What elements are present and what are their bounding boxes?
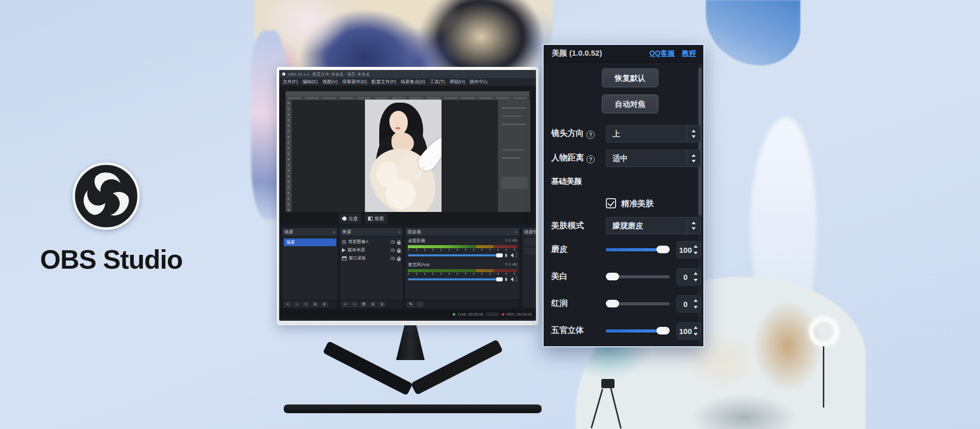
visibility-eye-icon[interactable]: [390, 257, 395, 260]
channel-menu-icon[interactable]: [516, 276, 517, 282]
slider-handle[interactable]: [656, 246, 670, 253]
rosy-slider[interactable]: [606, 302, 670, 305]
matting-chip[interactable]: 抠图: [364, 213, 387, 224]
scenes-dock-toolbar: + − □ ∧ ∨: [282, 300, 337, 308]
transitions-dock-title: 场景转场: [524, 229, 536, 235]
whitening-slider[interactable]: [606, 275, 670, 278]
volume-slider[interactable]: [408, 278, 508, 280]
restore-default-button[interactable]: 恢复默认: [602, 68, 658, 87]
source-list-item[interactable]: 窗口采集: [340, 254, 403, 263]
select-arrows[interactable]: [687, 150, 700, 166]
monitor-stand-base: [284, 404, 542, 413]
status-pill: [486, 313, 499, 316]
scene-down-button[interactable]: ∨: [321, 301, 328, 307]
lock-icon[interactable]: [397, 250, 401, 253]
mixer-edit-button[interactable]: ✎: [407, 301, 414, 307]
remove-source-button[interactable]: −: [351, 301, 358, 307]
visibility-eye-icon[interactable]: [390, 241, 395, 244]
slider-handle[interactable]: [656, 327, 670, 335]
menu-item-scene-collection[interactable]: 场景集合(S): [401, 79, 425, 85]
source-properties-button[interactable]: ⚙: [360, 301, 368, 307]
remove-scene-button[interactable]: −: [293, 301, 301, 307]
smoothing-value-stepper[interactable]: 100: [676, 241, 701, 258]
spinner-down-icon: [694, 279, 698, 281]
autofocus-button[interactable]: 自动对焦: [602, 94, 658, 113]
volume-meter: [408, 245, 517, 248]
menu-item-docks[interactable]: 停靠部件(D): [342, 79, 368, 85]
scene-filters-button[interactable]: □: [302, 301, 310, 307]
window-split-icon: [368, 217, 373, 221]
beauty-panel-title: 美颜 (1.0.0.52): [552, 49, 649, 58]
mixer-channel-db: 0.0 dB: [505, 238, 517, 244]
precise-skin-checkbox[interactable]: [606, 198, 616, 208]
volume-slider-handle[interactable]: [496, 277, 503, 281]
mixer-channel: 麦克风/Aux 0.0 dB: [405, 260, 520, 282]
dock-menu-icon[interactable]: ≡: [398, 230, 401, 234]
menu-item-help[interactable]: 帮助(H): [450, 79, 465, 85]
chevron-down-icon: [692, 227, 696, 230]
channel-menu-icon[interactable]: [516, 252, 517, 258]
scene-up-button[interactable]: ∧: [311, 301, 319, 307]
face-3d-slider[interactable]: [606, 329, 670, 332]
whitening-value-stepper[interactable]: 0: [676, 268, 701, 285]
volume-slider-handle[interactable]: [496, 253, 503, 257]
obs-wordmark: OBS Studio: [24, 244, 198, 275]
ps-canvas-dark-area: [442, 100, 498, 212]
source-down-button[interactable]: ∨: [378, 301, 386, 307]
speaker-icon[interactable]: [510, 277, 513, 281]
meter-ticks: [408, 273, 517, 275]
source-up-button[interactable]: ∧: [369, 301, 377, 307]
volume-slider[interactable]: [408, 254, 508, 256]
visibility-eye-icon[interactable]: [390, 249, 395, 252]
mixer-channel-db: 0.0 dB: [505, 262, 517, 268]
qq-support-link[interactable]: QQ客服: [649, 49, 675, 58]
menu-item-tools[interactable]: 工具(T): [430, 79, 445, 85]
captured-photoshop-window: [285, 91, 530, 211]
slider-handle[interactable]: [606, 273, 619, 280]
chevron-down-icon: [692, 160, 696, 162]
person-distance-select[interactable]: 适中: [606, 150, 701, 167]
matting-chip-label: 抠图: [375, 216, 384, 222]
lens-direction-select[interactable]: 上: [606, 125, 701, 142]
ps-toolbar-column: [286, 100, 291, 212]
ring-light-stand-shape: [823, 346, 824, 408]
source-list-item[interactable]: 背景图像A: [340, 238, 403, 246]
lock-icon[interactable]: [397, 258, 401, 261]
rosy-value-stepper[interactable]: 0: [676, 295, 701, 313]
pin-icon: [341, 216, 347, 221]
slider-handle[interactable]: [606, 300, 619, 307]
tutorial-link[interactable]: 教程: [682, 49, 696, 58]
select-arrows[interactable]: [687, 126, 700, 142]
menu-item-view[interactable]: 视图(V): [323, 79, 338, 85]
mixer-menu-button[interactable]: ⋮: [416, 301, 424, 307]
monitor-stand-leg-right: [410, 339, 503, 395]
dock-menu-icon[interactable]: ≡: [333, 230, 335, 234]
audio-mixer-dock: 混音器 ≡ 桌面音频 0.0 dB 麦克风/Aux 0.: [405, 227, 520, 309]
position-chip[interactable]: 位置: [339, 213, 361, 224]
lock-icon[interactable]: [397, 242, 401, 245]
chevron-down-icon: [692, 135, 696, 138]
source-list-item[interactable]: 媒体来源: [340, 246, 403, 254]
add-scene-button[interactable]: +: [284, 301, 291, 307]
select-arrows[interactable]: [687, 218, 700, 234]
face-3d-label: 五官立体: [551, 325, 584, 336]
help-icon[interactable]: ?: [586, 155, 595, 163]
skin-mode-select[interactable]: 朦胧磨皮: [606, 217, 701, 234]
menu-item-plugins[interactable]: 插件中心: [470, 79, 488, 85]
beauty-plugin-panel: 美颜 (1.0.0.52) QQ客服 教程 恢复默认 自动对焦 镜头方向? 上 …: [543, 44, 704, 347]
smoothing-slider[interactable]: [606, 248, 670, 251]
menu-item-edit[interactable]: 编辑(E): [303, 79, 318, 85]
add-source-button[interactable]: +: [341, 301, 349, 307]
transition-select[interactable]: [524, 239, 536, 246]
rosy-label: 红润: [551, 298, 568, 309]
menu-item-file[interactable]: 文件(F): [283, 79, 298, 85]
scene-list-item-selected[interactable]: 场景: [284, 239, 336, 246]
menu-item-profile[interactable]: 配置文件(P): [372, 79, 396, 85]
dock-menu-icon[interactable]: ≡: [515, 230, 518, 234]
help-icon[interactable]: ?: [586, 131, 595, 139]
mixer-dock-title: 混音器: [407, 229, 421, 235]
transition-duration[interactable]: [524, 248, 536, 255]
face-3d-value-stepper[interactable]: 100: [676, 322, 701, 340]
speaker-icon[interactable]: [510, 253, 513, 257]
position-chip-label: 位置: [349, 216, 358, 222]
